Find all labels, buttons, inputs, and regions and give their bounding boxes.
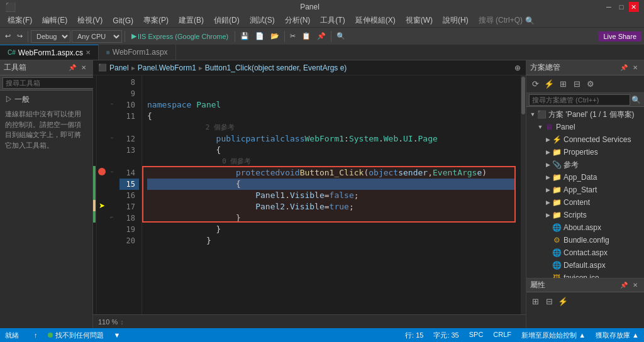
menu-extensions[interactable]: 延伸模組(X) [350,14,401,27]
open-file-button[interactable]: 📂 [268,30,282,43]
project-icon: 🖥 [544,122,554,132]
tree-contact-aspx[interactable]: 🌐 Contact.aspx [526,246,644,259]
menu-tools[interactable]: 工具(T) [315,14,350,27]
breadcrumb-add[interactable]: ⊕ [514,63,521,72]
menu-window[interactable]: 視窗(W) [401,14,438,27]
find-button[interactable]: 🔍 [334,30,348,43]
status-filter-icon[interactable]: ▼ [114,331,121,339]
menu-build[interactable]: 建置(B) [174,14,209,27]
properties-toolbar: ⊞ ⊟ ⚡ [526,292,644,310]
undo-button[interactable]: ↩ [3,30,13,43]
tree-content[interactable]: ▶ 📁 Content [526,196,644,209]
tree-bundle-config[interactable]: ⚙ Bundle.config [526,234,644,246]
properties-pin-button[interactable]: 📌 [619,280,629,290]
sol-toolbar-btn-5[interactable]: ⚙ [584,78,597,91]
code-container: ➤ − − − ⌐ [93,75,526,314]
tree-about-aspx[interactable]: 🌐 About.aspx [526,221,644,234]
tree-app-start[interactable]: ▶ 📁 App_Start [526,184,644,196]
tab-webform1-cs-label: WebForm1.aspx.cs [18,48,83,57]
line-num-19: 19 [119,224,139,235]
menu-git[interactable]: Git(G) [108,15,138,26]
appstart-expand-arrow: ▶ [544,187,552,193]
breadcrumb-class[interactable]: Panel.WebForm1 [138,63,196,72]
content-folder-icon: 📁 [552,197,562,207]
properties-close-button[interactable]: ✕ [630,280,640,290]
tree-connected-services[interactable]: ▶ ⚡ Connected Services [526,133,644,146]
solution-search-input[interactable] [529,94,630,106]
minimize-button[interactable]: ─ [604,2,614,12]
live-share-button[interactable]: Live Share [598,31,641,41]
redo-button[interactable]: ↪ [14,30,25,43]
toolbox-search-input[interactable] [3,77,96,89]
line-num-9: 9 [119,88,139,99]
toolbox-pin-button[interactable]: 📌 [67,63,77,73]
sol-toolbar-btn-3[interactable]: ⊞ [557,78,569,91]
status-up-arrow: ↑ [34,331,38,339]
breadcrumb-sep-1: ▸ [131,63,135,72]
prop-toolbar-btn-2[interactable]: ⊟ [543,295,555,307]
status-repo[interactable]: 獲取存放庫 ▲ [596,331,639,340]
toolbar: ↩ ↪ Debug Any CPU ▶ IIS Express (Google … [0,28,644,45]
tree-references[interactable]: ▶ 📎 參考 [526,158,644,171]
status-crlf[interactable]: CRLF [493,331,511,340]
cut-button[interactable]: ✂ [287,30,298,43]
solution-close-button[interactable]: ✕ [630,63,640,73]
line-num-20: 20 [119,235,139,246]
debug-config-dropdown[interactable]: Debug [31,30,70,43]
sol-toolbar-btn-4[interactable]: ⊟ [570,78,583,91]
scripts-expand-arrow: ▶ [544,212,552,218]
tree-properties[interactable]: ▶ 📁 Properties [526,146,644,158]
status-line: 行: 15 [405,331,423,340]
menu-view[interactable]: 檢視(V) [72,14,108,27]
save-button[interactable]: 💾 [238,30,252,43]
zoom-level[interactable]: 110 % [98,318,118,326]
new-file-button[interactable]: 📄 [253,30,267,43]
menu-edit[interactable]: 編輯(E) [37,14,72,27]
appdata-label: App_Data [564,173,597,182]
sol-toolbar-btn-2[interactable]: ⚡ [543,78,555,91]
references-icon: 📎 [552,160,562,170]
breadcrumb-method[interactable]: Button1_Click(object sender, EventArgs e… [205,63,347,72]
solution-pin-button[interactable]: 📌 [619,63,629,73]
status-col: 字元: 35 [433,331,458,340]
tree-scripts[interactable]: ▶ 📁 Scripts [526,209,644,221]
line-num-empty-2 [119,156,139,167]
solution-tree: ▼ ⬛ 方案 'Panel' (1 / 1 個專案) ▼ 🖥 Panel ▶ ⚡… [526,107,644,278]
tree-solution-root[interactable]: ▼ ⬛ 方案 'Panel' (1 / 1 個專案) [526,108,644,121]
prop-toolbar-btn-3[interactable]: ⚡ [557,295,569,307]
code-editor[interactable]: namespace Panel { 2 個參考 public partial c… [142,75,521,314]
toolbox-header: 工具箱 📌 ✕ [0,60,92,75]
menu-help[interactable]: 說明(H) [438,14,474,27]
maximize-button[interactable]: □ [616,2,626,12]
breadcrumb-namespace[interactable]: Panel [109,63,129,72]
line-num-17: 17 [119,201,139,212]
tree-favicon[interactable]: 🖼 favicon.ico [526,272,644,278]
menu-debug[interactable]: 偵錯(D) [209,14,245,27]
tree-app-data[interactable]: ▶ 📁 App_Data [526,171,644,184]
close-button[interactable]: ✕ [629,2,639,12]
prop-toolbar-btn-1[interactable]: ⊞ [529,295,541,307]
mini-scrollbar[interactable] [521,75,526,314]
status-spc[interactable]: SPC [469,331,484,340]
scroll-thumb[interactable] [521,77,525,114]
tree-project-panel[interactable]: ▼ 🖥 Panel [526,121,644,133]
tab-cs-close[interactable]: ✕ [86,49,91,56]
tab-webform1-cs[interactable]: C# WebForm1.aspx.cs ✕ [0,45,99,60]
tab-webform1-aspx[interactable]: ≡ WebForm1.aspx [99,45,176,60]
status-branch[interactable]: 新增至原始始控制 ▲ [521,331,586,340]
menu-file[interactable]: 檔案(F) [3,14,37,27]
default-aspx-icon: 🌐 [552,260,562,270]
menu-analyze[interactable]: 分析(N) [280,14,316,27]
solution-search-button[interactable]: 🔍 [630,94,641,106]
tab-webform1-aspx-label: WebForm1.aspx [113,48,168,57]
toolbox-general-section[interactable]: ▷ 一般 [3,93,90,106]
platform-dropdown[interactable]: Any CPU [72,30,122,43]
menu-project[interactable]: 專案(P) [138,14,174,27]
tree-default-aspx[interactable]: 🌐 Default.aspx [526,259,644,272]
copy-button[interactable]: 📋 [299,30,313,43]
menu-test[interactable]: 測試(S) [245,14,280,27]
paste-button[interactable]: 📌 [314,30,328,43]
sol-toolbar-btn-1[interactable]: ⟳ [529,78,541,91]
toolbox-close-button[interactable]: ✕ [79,63,89,73]
run-button[interactable]: ▶ IIS Express (Google Chrome) [128,32,232,40]
